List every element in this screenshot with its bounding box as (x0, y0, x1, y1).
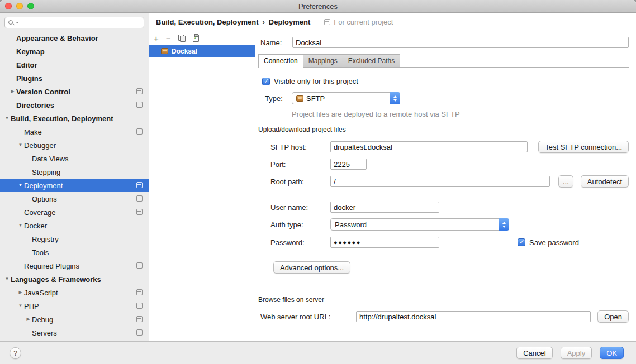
project-settings-icon (136, 329, 143, 336)
tab-excluded-paths[interactable]: Excluded Paths (343, 54, 400, 67)
sidebar-item-javascript[interactable]: JavaScript (0, 286, 149, 299)
server-list-item-docksal[interactable]: Docksal (149, 45, 255, 57)
sidebar-item-label: Editor (16, 61, 37, 69)
sidebar-item-editor[interactable]: Editor (0, 58, 149, 71)
sidebar-item-tools[interactable]: Tools (0, 246, 149, 259)
sftp-host-label: SFTP host: (270, 143, 330, 151)
copy-server-button[interactable] (178, 35, 186, 42)
save-password-label[interactable]: Save password (529, 238, 579, 247)
sidebar-item-deployment[interactable]: Deployment (0, 179, 149, 192)
project-settings-icon (136, 182, 143, 188)
test-sftp-connection-button[interactable]: Test SFTP connection... (538, 141, 629, 153)
section-divider (350, 130, 629, 130)
auth-type-dropdown[interactable]: Password (330, 218, 509, 231)
open-url-button[interactable]: Open (597, 310, 629, 323)
remove-server-button[interactable] (166, 34, 171, 42)
save-password-checkbox[interactable] (518, 238, 525, 246)
sidebar-item-version-control[interactable]: Version Control (0, 85, 149, 98)
sidebar-item-build-execution-deployment[interactable]: Build, Execution, Deployment (0, 112, 149, 125)
search-input[interactable] (20, 19, 141, 27)
chevron-down-icon[interactable] (16, 22, 19, 23)
chevron-right-icon[interactable] (9, 85, 16, 98)
apply-button[interactable]: Apply (561, 347, 592, 359)
sidebar-item-label: Docker (24, 222, 47, 230)
sidebar-item-keymap[interactable]: Keymap (0, 45, 149, 58)
deployment-form: Name: Connection Mappings Excluded Paths… (255, 31, 636, 341)
sidebar-item-debugger[interactable]: Debugger (0, 138, 149, 152)
chevron-down-icon[interactable] (3, 272, 11, 286)
for-current-project-label: For current project (334, 18, 393, 26)
window-title: Preferences (298, 2, 338, 11)
browse-section-header: Browse files on server (258, 296, 629, 304)
sidebar-item-servers[interactable]: Servers (0, 326, 149, 339)
breadcrumb-separator: › (262, 18, 264, 26)
user-name-input[interactable] (330, 202, 439, 213)
sidebar-item-stepping[interactable]: Stepping (0, 165, 149, 179)
chevron-right-icon[interactable] (17, 286, 24, 299)
sidebar-item-directories[interactable]: Directories (0, 98, 149, 112)
chevron-down-icon[interactable] (17, 179, 24, 192)
sidebar-item-label: Coverage (24, 208, 55, 217)
search-icon[interactable] (8, 20, 15, 26)
tab-mappings[interactable]: Mappings (303, 54, 343, 67)
breadcrumb-item[interactable]: Deployment (269, 18, 310, 26)
name-label: Name: (260, 39, 292, 47)
sidebar-item-debug[interactable]: Debug (0, 313, 149, 326)
sidebar-item-label: Stepping (32, 168, 60, 176)
visible-only-label[interactable]: Visible only for this project (274, 77, 358, 85)
chevron-down-icon[interactable] (17, 138, 24, 152)
sidebar-item-make[interactable]: Make (0, 125, 149, 138)
upload-section-title: Upload/download project files (258, 126, 346, 133)
sidebar-item-data-views[interactable]: Data Views (0, 152, 149, 165)
sftp-host-input[interactable] (330, 141, 528, 152)
chevron-down-icon[interactable] (3, 112, 11, 125)
dropdown-stepper-icon (499, 218, 509, 231)
traffic-lights (5, 3, 34, 9)
sftp-type-icon (296, 95, 303, 102)
password-input[interactable] (330, 237, 439, 248)
server-list-panel: Docksal (149, 31, 255, 341)
help-button[interactable]: ? (10, 347, 21, 359)
zoom-button[interactable] (27, 3, 34, 9)
chevron-right-icon[interactable] (25, 313, 32, 326)
sidebar-item-coverage[interactable]: Coverage (0, 205, 149, 219)
sidebar-item-php[interactable]: PHP (0, 299, 149, 313)
auth-type-label: Auth type: (270, 221, 330, 229)
search-field[interactable] (4, 17, 144, 28)
port-label: Port: (270, 160, 330, 169)
sidebar-item-docker[interactable]: Docker (0, 219, 149, 232)
chevron-down-icon[interactable] (17, 219, 24, 232)
sidebar-item-label: Debugger (24, 141, 56, 150)
advanced-options-button[interactable]: Advanced options... (273, 261, 350, 274)
sidebar-item-appearance-behavior[interactable]: Appearance & Behavior (0, 31, 149, 45)
type-dropdown[interactable]: SFTP (292, 92, 400, 104)
autodetect-button[interactable]: Autodetect (581, 175, 629, 188)
minimize-button[interactable] (16, 3, 23, 9)
port-input[interactable] (330, 159, 367, 170)
sidebar-item-label: Deployment (24, 181, 63, 190)
sidebar-item-plugins[interactable]: Plugins (0, 71, 149, 85)
name-input[interactable] (292, 37, 629, 48)
ok-button[interactable]: OK (600, 347, 624, 359)
add-server-button[interactable] (154, 34, 159, 42)
cancel-button[interactable]: Cancel (516, 347, 552, 359)
root-path-input[interactable] (330, 176, 550, 187)
sidebar-item-options[interactable]: Options (0, 192, 149, 205)
sidebar-item-label: PHP (24, 302, 39, 310)
sidebar-item-registry[interactable]: Registry (0, 232, 149, 246)
visible-only-checkbox[interactable] (262, 78, 270, 85)
breadcrumb-item[interactable]: Build, Execution, Deployment (156, 18, 258, 26)
paste-server-button[interactable] (193, 35, 199, 42)
browse-section-title: Browse files on server (258, 296, 324, 304)
for-current-project-indicator: For current project (324, 18, 393, 26)
sftp-server-icon (161, 48, 168, 54)
tab-connection[interactable]: Connection (258, 54, 303, 68)
browse-root-path-button[interactable]: ... (558, 175, 573, 188)
sidebar-item-label: Registry (32, 235, 59, 243)
web-root-input[interactable] (356, 311, 591, 322)
sidebar-item-required-plugins[interactable]: Required Plugins (0, 259, 149, 272)
project-settings-icon (136, 262, 143, 269)
sidebar-item-languages-frameworks[interactable]: Languages & Frameworks (0, 272, 149, 286)
close-button[interactable] (5, 3, 12, 9)
chevron-down-icon[interactable] (17, 299, 24, 313)
